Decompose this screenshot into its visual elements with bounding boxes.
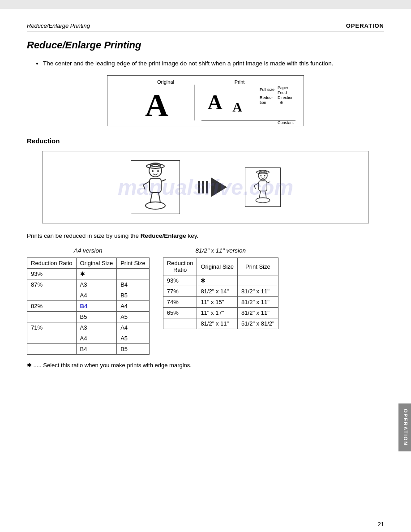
a4-original-cell: B5	[76, 312, 117, 322]
table-row: 81/2" x 11"51/2" x 81/2"	[163, 318, 278, 329]
svg-text:tion: tion	[260, 100, 266, 105]
8511-table: ReductionRatio Original Size Print Size …	[163, 257, 278, 329]
a4-original-cell: B4	[76, 344, 117, 355]
a4-ratio-cell: 82%	[27, 301, 77, 312]
table-row: 82%B4A4	[27, 301, 150, 312]
reduce-text: Prints can be reduced in size by using t…	[27, 232, 384, 239]
svg-text:A: A	[232, 99, 242, 114]
8511-col-print: Print Size	[238, 258, 278, 275]
svg-text:⊕: ⊕	[280, 100, 283, 105]
8511-print-cell: 81/2" x 11"	[238, 297, 278, 308]
a4-version-label: — A4 version —	[27, 247, 150, 254]
8511-col-ratio: ReductionRatio	[163, 258, 197, 275]
8511-original-cell: 11" x 17"	[197, 308, 238, 318]
vline3	[206, 181, 208, 193]
table-row: A4B5	[27, 290, 150, 301]
svg-text:Reduc-: Reduc-	[260, 95, 273, 100]
svg-text:Direction: Direction	[278, 95, 294, 100]
a4-col-original: Original Size	[76, 258, 117, 269]
page-number: 21	[378, 521, 384, 528]
8511-ratio-cell: 74%	[163, 297, 197, 308]
8511-ratio-cell: 65%	[163, 308, 197, 318]
large-figure	[131, 160, 180, 214]
svg-point-19	[157, 170, 159, 172]
reduce-key: Reduce/Enlarge	[141, 232, 186, 239]
arrow-right	[211, 177, 227, 197]
8511-print-cell: 81/2" x 11"	[238, 308, 278, 318]
svg-text:Feed: Feed	[278, 90, 287, 95]
small-figure	[245, 167, 281, 207]
a4-ratio-cell	[27, 344, 77, 355]
svg-point-32	[260, 175, 261, 176]
table-row: 93%✱	[27, 269, 150, 279]
a4-table-section: — A4 version — Reduction Ratio Original …	[27, 247, 150, 355]
svg-text:Print: Print	[235, 79, 245, 85]
8511-table-body: 93%✱77%81/2" x 14"81/2" x 11"74%11" x 15…	[163, 275, 278, 329]
bullet-section: The center and the leading edge of the p…	[27, 59, 384, 68]
a4-print-cell: A5	[117, 333, 150, 344]
svg-line-39	[265, 191, 265, 196]
vline1	[198, 181, 200, 193]
reduce-text-prefix: Prints can be reduced in size by using t…	[27, 232, 141, 239]
svg-line-35	[254, 183, 258, 186]
svg-line-36	[254, 186, 255, 189]
footnote: ✱ ..... Select this ratio when you make …	[27, 362, 384, 369]
svg-point-33	[264, 175, 265, 176]
8511-print-cell	[238, 275, 278, 286]
svg-point-40	[256, 198, 270, 203]
8511-col-original: Original Size	[197, 258, 238, 275]
arrow-lines	[198, 181, 208, 193]
a4-col-ratio: Reduction Ratio	[27, 258, 77, 269]
8511-original-cell: 11" x 15"	[197, 297, 238, 308]
8511-original-cell: 81/2" x 14"	[197, 286, 238, 297]
a4-print-cell: A5	[117, 312, 150, 322]
a4-print-cell: B5	[117, 290, 150, 301]
svg-line-24	[151, 193, 152, 199]
diagram-box: Original Print A A A Full size Reduc- ti…	[107, 75, 304, 126]
header-left: Reduce/Enlarge Printing	[27, 22, 90, 29]
a4-original-cell: A4	[76, 290, 117, 301]
diagram-svg: Original Print A A A Full size Reduc- ti…	[107, 76, 304, 124]
8511-print-cell: 81/2" x 11"	[238, 286, 278, 297]
svg-rect-20	[150, 178, 161, 193]
a4-original-cell: A3	[76, 279, 117, 290]
8511-print-cell: 51/2" x 81/2"	[238, 318, 278, 329]
svg-line-23	[161, 180, 166, 181]
a4-print-cell: B4	[117, 279, 150, 290]
a4-ratio-cell	[27, 333, 77, 344]
8511-ratio-cell: 77%	[163, 286, 197, 297]
svg-text:Constant: Constant	[278, 120, 294, 124]
tables-row: — A4 version — Reduction Ratio Original …	[27, 247, 384, 355]
svg-line-37	[267, 182, 270, 183]
header-bar: Reduce/Enlarge Printing OPERATION	[27, 22, 384, 31]
a4-ratio-cell: 87%	[27, 279, 77, 290]
8511-original-cell: 81/2" x 11"	[197, 318, 238, 329]
svg-line-42	[266, 196, 266, 198]
a4-print-cell: B5	[117, 344, 150, 355]
8511-table-section: — 81/2" x 11" version — ReductionRatio O…	[163, 247, 278, 329]
a4-print-cell: A4	[117, 301, 150, 312]
a4-original-cell: A3	[76, 322, 117, 333]
table-row: 93%✱	[163, 275, 278, 286]
a4-table: Reduction Ratio Original Size Print Size…	[27, 257, 150, 355]
svg-line-38	[259, 191, 260, 196]
table-row: 71%A3A4	[27, 322, 150, 333]
svg-line-22	[143, 185, 145, 189]
a4-ratio-cell	[27, 290, 77, 301]
bullet-text: The center and the leading edge of the p…	[43, 59, 384, 68]
svg-line-28	[160, 199, 160, 203]
operation-tab: OPERATION	[398, 403, 411, 451]
section-title: Reduction	[27, 137, 384, 145]
a4-original-cell: B4	[76, 301, 117, 312]
table-row: B4B5	[27, 344, 150, 355]
svg-text:A: A	[207, 91, 222, 114]
svg-point-18	[152, 170, 154, 172]
8511-ratio-cell: 93%	[163, 275, 197, 286]
a4-table-body: 93%✱87%A3B4A4B582%B4A4B5A571%A3A4A4A5B4B…	[27, 269, 150, 355]
8511-version-label: — 81/2" x 11" version —	[163, 247, 278, 254]
svg-line-41	[259, 196, 260, 198]
a4-table-header-row: Reduction Ratio Original Size Print Size	[27, 258, 150, 269]
reduction-box: manualsrive.com	[42, 151, 369, 223]
reduce-text-suffix: key.	[186, 232, 199, 239]
table-row: 74%11" x 15"81/2" x 11"	[163, 297, 278, 308]
